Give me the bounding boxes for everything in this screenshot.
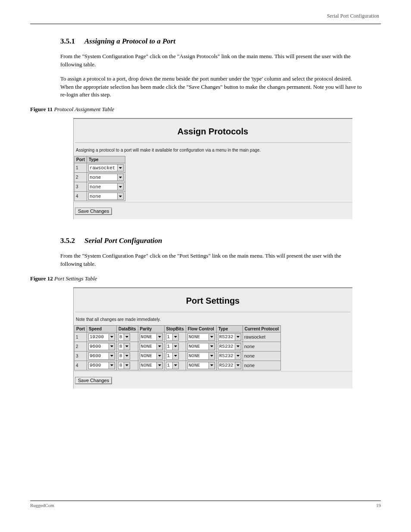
port-save-button[interactable]: Save Changes [75, 377, 112, 384]
assign-type-select-0[interactable]: rawsocket [88, 164, 124, 171]
dropdown-arrow-icon [235, 343, 241, 350]
type-select-2[interactable]: RS232 [218, 352, 241, 360]
port-type-cell: RS232 [216, 342, 243, 351]
flow-select-3[interactable]: NONE [187, 362, 215, 369]
stopbits-select-1[interactable]: 1 [166, 343, 179, 350]
port-table-row: 396008NONE1NONERS232none [75, 351, 281, 361]
parity-select-3[interactable]: NONE [140, 362, 163, 369]
databits-select-2-value: 8 [119, 353, 122, 358]
type-select-0[interactable]: RS232 [218, 333, 241, 341]
databits-select-1[interactable]: 8 [118, 343, 130, 350]
speed-select-3[interactable]: 9600 [88, 362, 115, 369]
parity-select-1[interactable]: NONE [140, 343, 163, 350]
port-speed-cell: 9600 [87, 351, 117, 361]
port-flow-cell: NONE [186, 351, 216, 361]
type-select-0-value: RS232 [219, 334, 234, 339]
type-select-2-value: RS232 [219, 353, 234, 358]
svg-marker-12 [158, 345, 161, 347]
stopbits-select-2[interactable]: 1 [166, 352, 179, 360]
header-rule [30, 24, 381, 24]
databits-select-3-value: 8 [119, 363, 122, 368]
figure11-caption: Figure 11 Protocol Assignment Table [30, 106, 381, 113]
assign-table-row: 2none [75, 173, 125, 182]
port-flow-cell: NONE [186, 361, 216, 370]
stopbits-select-3[interactable]: 1 [166, 362, 179, 369]
svg-marker-13 [174, 345, 177, 347]
dropdown-arrow-icon [109, 343, 115, 350]
flow-select-0[interactable]: NONE [187, 333, 215, 341]
dropdown-arrow-icon [235, 334, 241, 340]
dropdown-arrow-icon [172, 343, 178, 350]
speed-select-1[interactable]: 9600 [88, 343, 115, 350]
port-parity-cell: NONE [138, 361, 164, 370]
stopbits-select-0-value: 1 [167, 334, 170, 339]
section-heading-2: 3.5.2 Serial Port Configuration [60, 236, 364, 245]
dropdown-arrow-icon [209, 353, 215, 359]
figure11-title: Protocol Assignment Table [54, 106, 114, 112]
figure12-title: Port Settings Table [54, 275, 97, 282]
assign-type-select-1[interactable]: none [88, 174, 124, 181]
dropdown-arrow-icon [235, 362, 241, 369]
flow-select-1-value: NONE [189, 344, 200, 349]
svg-marker-22 [110, 364, 113, 366]
flow-select-3-value: NONE [189, 363, 200, 368]
dropdown-arrow-icon [209, 334, 215, 340]
speed-select-1-value: 9600 [90, 344, 101, 349]
assign-port-cell: 2 [75, 173, 87, 182]
assign-type-select-2[interactable]: none [88, 183, 124, 190]
parity-select-0[interactable]: NONE [140, 333, 163, 341]
figure12-caption: Figure 12 Port Settings Table [30, 275, 381, 282]
speed-select-2-value: 9600 [90, 353, 101, 358]
dropdown-arrow-icon [156, 334, 162, 340]
page-header-right: Serial Port Configuration [30, 13, 381, 19]
port-protocol-cell: none [243, 351, 280, 361]
databits-select-3[interactable]: 8 [118, 362, 130, 369]
databits-select-0-value: 8 [119, 334, 122, 339]
dropdown-arrow-icon [172, 353, 178, 359]
section1-para2: To assign a protocol to a port, drop dow… [60, 75, 364, 100]
assign-type-select-3[interactable]: none [88, 193, 124, 200]
flow-select-2[interactable]: NONE [187, 352, 215, 360]
port-databits-cell: 8 [117, 351, 138, 361]
speed-select-2[interactable]: 9600 [88, 352, 115, 360]
assign-port-cell: 1 [75, 163, 87, 173]
port-stopbits-cell: 1 [164, 332, 186, 342]
dropdown-arrow-icon [156, 343, 162, 350]
figure12-label: Figure 12 [30, 275, 53, 282]
dropdown-arrow-icon [124, 353, 130, 359]
type-select-3-value: RS232 [219, 363, 234, 368]
assign-save-button[interactable]: Save Changes [75, 208, 112, 215]
assign-type-cell: none [87, 173, 125, 182]
section-heading-1: 3.5.1 Assigning a Protocol to a Port [60, 37, 364, 46]
type-select-1[interactable]: RS232 [218, 343, 241, 350]
svg-marker-8 [210, 336, 213, 338]
parity-select-2[interactable]: NONE [140, 352, 163, 360]
port-col-header: Speed [87, 325, 117, 332]
type-select-3[interactable]: RS232 [218, 362, 241, 369]
figure11-label: Figure 11 [30, 106, 53, 112]
port-protocol-cell: none [243, 361, 280, 370]
svg-marker-20 [210, 355, 213, 357]
svg-marker-23 [125, 364, 128, 366]
stopbits-select-3-value: 1 [167, 363, 170, 368]
assign-type-select-3-value: none [90, 194, 101, 199]
port-speed-cell: 9600 [87, 361, 117, 370]
svg-marker-15 [237, 345, 240, 347]
speed-select-0[interactable]: 19200 [88, 333, 115, 341]
flow-select-1[interactable]: NONE [187, 343, 215, 350]
port-col-header: StopBits [164, 325, 186, 332]
databits-select-2[interactable]: 8 [118, 352, 130, 360]
assign-port-cell: 4 [75, 192, 87, 201]
assign-type-cell: none [87, 182, 125, 192]
port-settings-panel: Port Settings Note that all changes are … [73, 287, 352, 389]
port-databits-cell: 8 [117, 342, 138, 351]
dropdown-arrow-icon [117, 174, 123, 180]
svg-marker-21 [237, 355, 240, 357]
dropdown-arrow-icon [109, 334, 115, 340]
section-title-2: Serial Port Configuration [84, 236, 162, 245]
port-number-cell: 4 [75, 361, 87, 370]
stopbits-select-0[interactable]: 1 [166, 333, 179, 341]
databits-select-0[interactable]: 8 [118, 333, 130, 341]
port-type-cell: RS232 [216, 332, 243, 342]
svg-marker-27 [237, 364, 240, 366]
